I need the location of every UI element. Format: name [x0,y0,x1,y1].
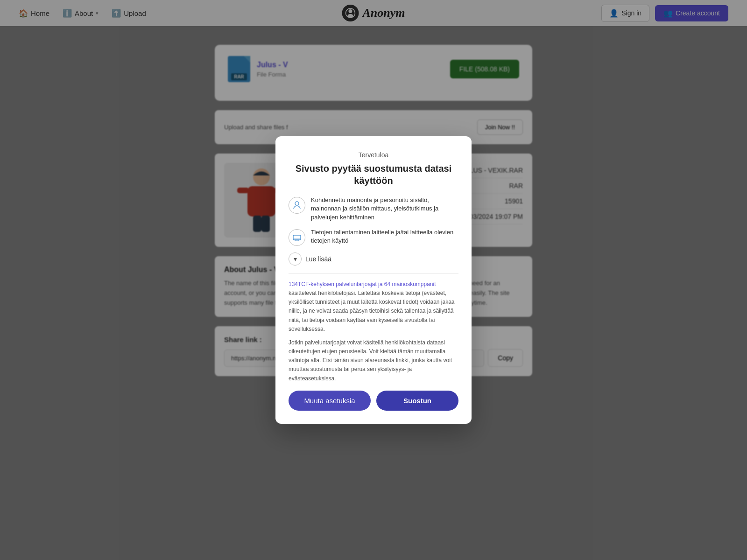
show-more-label: Lue lisää [305,255,331,263]
consent-item-2-text: Tietojen tallentaminen laitteelle ja/tai… [311,228,458,245]
consent-button-label: Suostun [403,397,431,405]
consent-p2: Jotkin palveluntarjoajat voivat käsitell… [289,338,458,383]
svg-point-9 [295,202,299,205]
svg-rect-11 [295,240,299,241]
consent-body: 134TCF-kehyksen palveluntarjoajat ja 64 … [289,273,458,383]
consent-button[interactable]: Suostun [376,391,458,411]
consent-modal: Tervetuloa Sivusto pyytää suostumusta da… [275,136,472,424]
person-icon [289,197,305,214]
modal-buttons: Muuta asetuksia Suostun [289,391,458,411]
consent-partners-link[interactable]: 134TCF-kehyksen palveluntarjoajat ja 64 … [289,281,436,287]
show-more-row[interactable]: ▾ Lue lisää [289,252,458,266]
consent-item-2: Tietojen tallentaminen laitteelle ja/tai… [289,228,458,246]
consent-item-1-text: Kohdennettu mainonta ja personoitu sisäl… [311,196,458,222]
consent-p1: 134TCF-kehyksen palveluntarjoajat ja 64 … [289,280,458,334]
consent-p1-rest: käsittelevät henkilötietojasi. Laitettas… [289,290,455,332]
chevron-down-icon: ▾ [289,252,302,266]
modal-subtitle: Tervetuloa [289,151,458,159]
settings-button[interactable]: Muuta asetuksia [289,391,371,411]
modal-title: Sivusto pyytää suostumusta datasi käyttö… [289,162,458,187]
settings-button-label: Muuta asetuksia [304,397,355,405]
consent-item-1: Kohdennettu mainonta ja personoitu sisäl… [289,196,458,222]
device-icon [289,229,305,246]
modal-overlay: Tervetuloa Sivusto pyytää suostumusta da… [0,0,747,560]
